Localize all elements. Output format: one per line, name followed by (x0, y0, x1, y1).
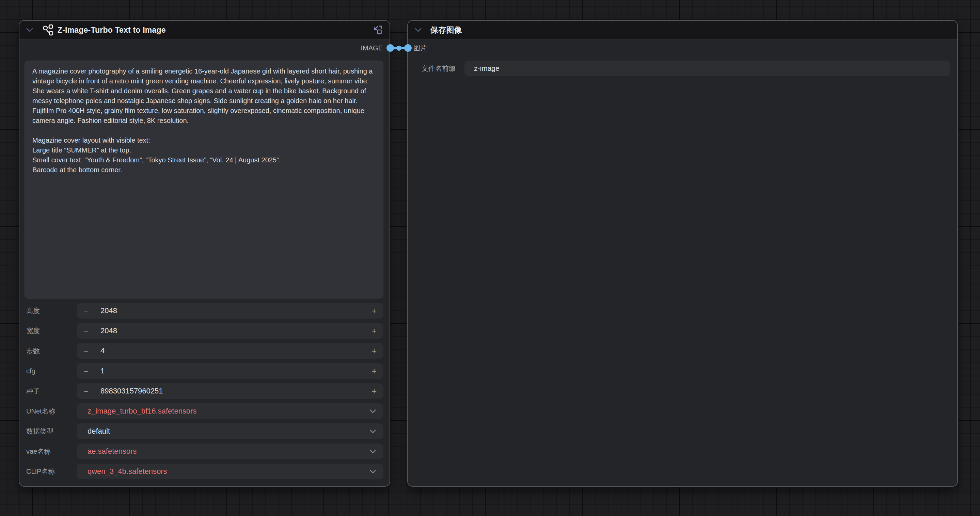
widget-value[interactable]: z_image_turbo_bf16.safetensors (88, 407, 196, 416)
widget-value[interactable]: 2048 (100, 306, 117, 315)
increment-icon[interactable]: + (366, 327, 377, 335)
widget-label: cfg (26, 367, 76, 375)
node-body: 图片 文件名前缀 (408, 40, 957, 76)
decrement-icon[interactable]: − (83, 347, 94, 356)
image-output-socket[interactable] (387, 44, 394, 52)
output-socket-label: IMAGE (361, 44, 383, 52)
widget-value[interactable]: 898303157960251 (100, 387, 163, 395)
number-widget[interactable]: − 2048 + (76, 303, 383, 319)
input-socket-label: 图片 (414, 44, 427, 53)
number-widget[interactable]: − 1 + (76, 363, 383, 379)
decrement-icon[interactable]: − (83, 387, 94, 395)
collapse-chevron-icon[interactable] (415, 28, 422, 32)
number-widget[interactable]: − 898303157960251 + (76, 383, 383, 399)
widget-label: 高度 (26, 306, 76, 316)
number-widget-row: 步数 − 4 + (26, 343, 383, 359)
collapse-chevron-icon[interactable] (26, 28, 33, 32)
chevron-down-icon[interactable] (370, 449, 376, 453)
node-z-image-turbo[interactable]: Z-Image-Turbo Text to Image IMAGE A maga… (19, 20, 390, 487)
widget-value[interactable]: 1 (100, 367, 105, 375)
number-widget[interactable]: − 2048 + (76, 323, 383, 339)
decrement-icon[interactable]: − (83, 367, 94, 375)
widget-list: 高度 − 2048 + 宽度 − 2048 + 步数 − 4 + cfg − 1… (26, 303, 383, 479)
node-header-z-image-turbo[interactable]: Z-Image-Turbo Text to Image (19, 21, 390, 40)
widget-value[interactable]: ae.safetensors (88, 447, 137, 456)
increment-icon[interactable]: + (366, 307, 377, 315)
widget-label: 宽度 (26, 326, 76, 336)
number-widget[interactable]: − 4 + (76, 343, 383, 359)
combo-widget-row: UNet名称 z_image_turbo_bf16.safetensors (26, 403, 383, 419)
number-widget-row: 高度 − 2048 + (26, 303, 383, 319)
increment-icon[interactable]: + (366, 387, 377, 395)
combo-widget-row: vae名称 ae.safetensors (26, 443, 383, 459)
increment-icon[interactable]: + (366, 347, 377, 356)
image-input-socket[interactable] (404, 44, 412, 52)
number-widget-row: 宽度 − 2048 + (26, 323, 383, 339)
widget-value[interactable]: 2048 (100, 326, 117, 335)
widget-label: UNet名称 (26, 407, 76, 416)
widget-value[interactable]: default (88, 427, 110, 436)
filename-prefix-label: 文件名前缀 (415, 64, 465, 73)
combo-widget-row: CLIP名称 qwen_3_4b.safetensors (26, 464, 383, 479)
node-graph-canvas[interactable]: Z-Image-Turbo Text to Image IMAGE A maga… (0, 0, 980, 516)
decrement-icon[interactable]: − (83, 307, 94, 315)
number-widget-row: cfg − 1 + (26, 363, 383, 379)
combo-widget-row: 数据类型 default (26, 424, 383, 439)
node-title: 保存图像 (430, 25, 462, 35)
convert-to-subgraph-icon[interactable] (372, 25, 383, 35)
link-midpoint-dot[interactable] (396, 46, 401, 51)
chevron-down-icon[interactable] (370, 470, 376, 473)
widget-value[interactable]: qwen_3_4b.safetensors (88, 467, 167, 476)
chevron-down-icon[interactable] (370, 430, 376, 433)
node-title: Z-Image-Turbo Text to Image (57, 25, 166, 35)
widget-label: CLIP名称 (26, 467, 76, 476)
workflow-graph-icon (42, 24, 54, 36)
widget-value[interactable]: 4 (100, 346, 105, 356)
node-header-save-image[interactable]: 保存图像 (408, 21, 957, 40)
chevron-down-icon[interactable] (370, 410, 376, 413)
number-widget-row: 种子 − 898303157960251 + (26, 383, 383, 399)
decrement-icon[interactable]: − (83, 327, 94, 335)
widget-label: vae名称 (26, 447, 76, 456)
prompt-textarea[interactable]: A magazine cover photography of a smilin… (24, 60, 383, 298)
widget-label: 数据类型 (26, 427, 76, 436)
combo-widget[interactable]: ae.safetensors (76, 443, 383, 459)
combo-widget[interactable]: z_image_turbo_bf16.safetensors (76, 403, 383, 419)
combo-widget[interactable]: qwen_3_4b.safetensors (76, 464, 383, 479)
widget-label: 种子 (26, 387, 76, 396)
combo-widget[interactable]: default (76, 424, 383, 439)
filename-prefix-input[interactable] (465, 60, 950, 76)
increment-icon[interactable]: + (366, 367, 377, 375)
node-body: IMAGE A magazine cover photography of a … (19, 40, 390, 479)
widget-label: 步数 (26, 346, 76, 356)
node-save-image[interactable]: 保存图像 图片 文件名前缀 (407, 20, 958, 487)
